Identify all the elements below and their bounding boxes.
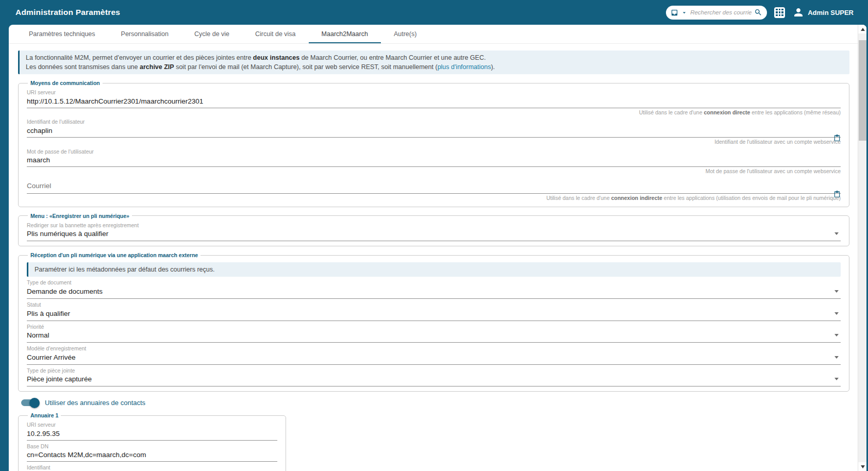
user-name: Admin SUPER [808, 9, 854, 16]
attachment-type-label: Type de pièce jointe [27, 367, 841, 374]
contacts-directories-toggle[interactable] [21, 399, 38, 406]
page-title: Administration Paramètres [15, 8, 120, 17]
user-password-label: Mot de passe de l'utilisateur [27, 148, 841, 155]
select-caret-icon [834, 356, 839, 359]
search-input[interactable] [690, 9, 752, 15]
scrollbar-thumb[interactable] [859, 40, 866, 141]
directory-1-legend: Annuaire 1 [28, 412, 61, 418]
admin-parameters-card: Paramètres techniques Personnalisation C… [9, 25, 866, 471]
directory-basedn-label: Base DN [27, 443, 277, 450]
redirect-basket-field: Rediriger sur la bannette après enregist… [27, 222, 841, 242]
uri-server-label: URI serveur [27, 89, 841, 96]
arrow-up-icon [861, 28, 865, 31]
tab-maarch2maarch[interactable]: Maarch2Maarch [309, 25, 381, 43]
reception-legend: Réception d'un pli numérique via une app… [28, 252, 201, 258]
header-actions: Admin SUPER [666, 6, 854, 20]
user-icon [792, 6, 805, 19]
app-header: Administration Paramètres Admin SUPER [0, 0, 868, 25]
email-input[interactable] [27, 178, 841, 194]
contacts-directories-toggle-row: Utiliser des annuaires de contacts [21, 399, 849, 407]
uri-server-input[interactable] [27, 96, 841, 108]
directory-login-label: Identifiant [27, 464, 277, 471]
tab-circuit-de-visa[interactable]: Circuit de visa [242, 25, 309, 43]
user-login-field: Identifiant de l'utilisateur Identifiant… [27, 119, 841, 145]
user-login-hint: Identifiant de l'utilisateur avec un com… [27, 139, 841, 146]
tab-content: La fonctionnalité M2M, permet d'envoyer … [9, 44, 858, 471]
select-caret-icon [834, 232, 839, 235]
directory-1-fieldset: Annuaire 1 URI serveur Base DN Identifia… [18, 412, 286, 471]
email-hint: Utilisé dans le cadre d'une connexion in… [27, 195, 841, 202]
doctype-field: Type de document Demande de documents [27, 279, 841, 299]
priority-field: Priorité Normal [27, 324, 841, 343]
tab-bar: Paramètres techniques Personnalisation C… [9, 25, 866, 44]
reception-note: Paramétrer ici les métadonnées par défau… [27, 262, 841, 277]
directory-uri-label: URI serveur [27, 422, 277, 428]
tab-cycle-de-vie[interactable]: Cycle de vie [181, 25, 242, 43]
attachment-type-field: Type de pièce jointe Pièce jointe captur… [27, 367, 841, 387]
save-menu-fieldset: Menu : «Enregistrer un pli numérique» Re… [18, 213, 849, 247]
directory-basedn-input[interactable] [27, 449, 277, 462]
model-field: Modèle d'enregistrement Courrier Arrivée [27, 345, 841, 365]
scroll-up-button[interactable] [858, 25, 866, 33]
select-caret-icon [834, 290, 839, 293]
select-caret-icon [834, 334, 839, 337]
directories-grid: Annuaire 1 URI serveur Base DN Identifia… [18, 409, 849, 471]
more-info-link[interactable]: plus d'informations [438, 63, 491, 71]
communication-legend: Moyens de communication [28, 80, 103, 86]
tab-personnalisation[interactable]: Personnalisation [108, 25, 181, 43]
apps-grid-icon[interactable] [774, 7, 785, 18]
directory-basedn-field: Base DN [27, 443, 277, 462]
tab-autres[interactable]: Autre(s) [381, 25, 429, 43]
paste-icon[interactable] [833, 191, 841, 198]
user-login-label: Identifiant de l'utilisateur [27, 119, 841, 125]
status-label: Statut [27, 301, 841, 308]
m2m-info-line2: Les données sont transmises dans une arc… [26, 62, 843, 72]
redirect-basket-select[interactable]: Plis numériques à qualifier [27, 228, 841, 241]
select-caret-icon [834, 312, 839, 315]
scroll-down-button[interactable] [858, 462, 866, 471]
user-menu[interactable]: Admin SUPER [792, 6, 854, 19]
uri-server-field: URI serveur Utilisé dans le cadre d'une … [27, 89, 841, 116]
doctype-select[interactable]: Demande de documents [27, 286, 841, 299]
inbox-icon[interactable] [671, 9, 678, 16]
user-login-input[interactable] [27, 125, 841, 138]
redirect-basket-label: Rediriger sur la bannette après enregist… [27, 222, 841, 229]
attachment-type-select[interactable]: Pièce jointe capturée [27, 374, 841, 386]
priority-select[interactable]: Normal [27, 330, 841, 343]
reception-fieldset: Réception d'un pli numérique via une app… [18, 252, 849, 392]
search-icon[interactable] [754, 8, 762, 16]
status-select[interactable]: Plis à qualifier [27, 308, 841, 321]
directory-uri-field: URI serveur [27, 422, 277, 441]
contacts-directories-toggle-label: Utiliser des annuaires de contacts [45, 399, 145, 407]
model-label: Modèle d'enregistrement [27, 345, 841, 352]
communication-fieldset: Moyens de communication URI serveur Util… [18, 80, 849, 207]
select-caret-icon [834, 378, 839, 380]
chevron-down-icon[interactable] [681, 9, 688, 16]
vertical-scrollbar[interactable] [858, 25, 866, 471]
save-menu-legend: Menu : «Enregistrer un pli numérique» [28, 213, 132, 219]
directory-login-field: Identifiant [27, 464, 277, 471]
doctype-label: Type de document [27, 279, 841, 286]
m2m-info-line1: La fonctionnalité M2M, permet d'envoyer … [26, 53, 843, 62]
uri-server-hint: Utilisé dans le cadre d'une connexion di… [27, 109, 841, 116]
user-password-hint: Mot de passe de l'utilisateur avec un co… [27, 168, 841, 175]
paste-icon[interactable] [833, 134, 841, 142]
add-directory-cell: + Ajouter [299, 409, 567, 471]
user-password-input[interactable] [27, 155, 841, 167]
model-select[interactable]: Courrier Arrivée [27, 352, 841, 365]
user-password-field: Mot de passe de l'utilisateur Mot de pas… [27, 148, 841, 175]
arrow-down-icon [861, 465, 865, 468]
priority-label: Priorité [27, 324, 841, 330]
email-field: Utilisé dans le cadre d'une connexion in… [27, 178, 841, 202]
m2m-info-box: La fonctionnalité M2M, permet d'envoyer … [18, 51, 849, 74]
directory-uri-input[interactable] [27, 428, 277, 441]
status-field: Statut Plis à qualifier [27, 301, 841, 321]
tab-parametres-techniques[interactable]: Paramètres techniques [16, 25, 108, 43]
search-bar[interactable] [666, 6, 767, 20]
